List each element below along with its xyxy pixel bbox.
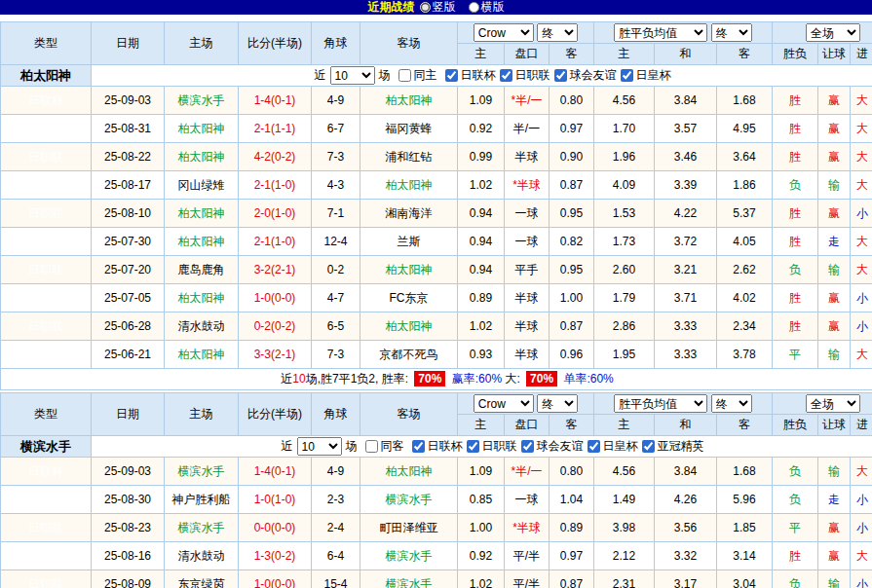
scope-select[interactable]: 全场 bbox=[806, 394, 860, 413]
league-checkbox[interactable] bbox=[621, 69, 633, 82]
cell-score: 1-4(0-1) bbox=[239, 458, 312, 486]
league-filter[interactable]: 日职联 bbox=[496, 67, 550, 84]
same-venue-filter[interactable]: 同主 bbox=[395, 67, 437, 84]
cell-avg-away: 3.64 bbox=[717, 143, 773, 171]
league-filter[interactable]: 日联杯 bbox=[441, 67, 496, 84]
col-away: 客场 bbox=[360, 393, 458, 436]
col-avg-away: 客 bbox=[717, 44, 773, 65]
cell-home-team: 横滨水手 bbox=[165, 514, 239, 542]
league-filter[interactable]: 日皇杯 bbox=[584, 438, 638, 455]
col-goals: 进 bbox=[851, 415, 872, 436]
vertical-layout-radio[interactable] bbox=[420, 2, 431, 13]
col-score: 比分(半场) bbox=[239, 22, 312, 65]
cell-handicap: 一球 bbox=[505, 200, 550, 228]
cell-odds-home: 0.94 bbox=[458, 256, 505, 284]
cell-avg-home: 2.12 bbox=[594, 542, 655, 570]
cell-odds-away: 0.97 bbox=[550, 542, 594, 570]
league-checkbox[interactable] bbox=[521, 440, 534, 453]
near-label: 近 bbox=[315, 67, 326, 84]
cell-avg-draw: 3.46 bbox=[655, 143, 717, 171]
cell-away-team: 浦和红钻 bbox=[360, 143, 458, 171]
cell-avg-home: 4.56 bbox=[594, 87, 655, 115]
league-filter[interactable]: 日联杯 bbox=[408, 438, 463, 455]
cell-handicap: 半球 bbox=[505, 284, 550, 312]
odds-final-select[interactable]: 终 bbox=[537, 23, 578, 42]
cell-away-team: 兰斯 bbox=[360, 228, 458, 256]
horizontal-layout-label: 横版 bbox=[481, 0, 505, 15]
summary-text: 赢率:60% bbox=[448, 372, 505, 386]
col-avg-away: 客 bbox=[717, 415, 773, 436]
league-label: 日皇杯 bbox=[636, 67, 671, 84]
rate-badge: 70% bbox=[526, 371, 557, 386]
league-filter[interactable]: 球会友谊 bbox=[550, 67, 617, 84]
avg-final-select[interactable]: 终 bbox=[711, 23, 752, 42]
cell-odds-away: 0.96 bbox=[550, 341, 594, 369]
avg-odds-select[interactable]: 胜平负均值 bbox=[614, 394, 707, 413]
cell-avg-draw: 3.71 bbox=[655, 284, 717, 312]
cell-result: 平 bbox=[773, 514, 818, 542]
vertical-layout-label: 竖版 bbox=[433, 0, 456, 15]
cell-match-type: 日职联 bbox=[1, 256, 92, 284]
cell-corners: 6-4 bbox=[312, 542, 360, 570]
cell-handicap: 平/半 bbox=[505, 570, 550, 588]
league-filter[interactable]: 日皇杯 bbox=[617, 67, 671, 84]
cell-handicap-result: 走 bbox=[818, 486, 851, 514]
match-row: 日联杯25-09-03横滨水手1-4(0-1)4-9柏太阳神1.09*半/一0.… bbox=[1, 458, 872, 486]
rate-badge: 70% bbox=[414, 371, 445, 386]
cell-away-team: 横滨水手 bbox=[360, 486, 458, 514]
league-label: 日联杯 bbox=[428, 438, 463, 455]
cell-avg-home: 1.79 bbox=[594, 284, 655, 312]
cell-home-team: 柏太阳神 bbox=[165, 200, 239, 228]
cell-home-team: 神户胜利船 bbox=[165, 486, 239, 514]
cell-goals: 大 bbox=[851, 171, 872, 200]
cell-match-type: 日职联 bbox=[1, 284, 92, 312]
avg-group-header: 胜平负均值 终 bbox=[594, 393, 773, 415]
scope-group-header: 全场 bbox=[773, 393, 872, 415]
cell-result: 负 bbox=[773, 486, 818, 514]
cell-odds-away: 0.95 bbox=[550, 200, 594, 228]
cell-goals: 大 bbox=[851, 542, 872, 570]
near-label: 近 bbox=[282, 438, 293, 455]
league-checkbox[interactable] bbox=[642, 440, 655, 453]
cell-date: 25-07-20 bbox=[92, 256, 165, 284]
cell-handicap-result: 赢 bbox=[818, 312, 851, 341]
odds-company-select[interactable]: Crow bbox=[474, 23, 534, 42]
same-venue-checkbox[interactable] bbox=[365, 440, 378, 453]
avg-odds-select[interactable]: 胜平负均值 bbox=[614, 23, 707, 42]
cell-goals: 小 bbox=[851, 486, 872, 514]
cell-handicap-result: 输 bbox=[818, 341, 851, 369]
cell-corners: 2-4 bbox=[312, 514, 360, 542]
league-filter[interactable]: 球会友谊 bbox=[517, 438, 584, 455]
layout-option-vertical[interactable]: 竖版 bbox=[420, 0, 456, 15]
league-checkbox[interactable] bbox=[554, 69, 567, 82]
cell-home-team: 柏太阳神 bbox=[165, 341, 239, 369]
avg-final-select[interactable]: 终 bbox=[711, 394, 752, 413]
cell-away-team: 柏太阳神 bbox=[360, 312, 458, 341]
odds-final-select[interactable]: 终 bbox=[537, 394, 578, 413]
league-filter[interactable]: 亚冠精英 bbox=[638, 438, 704, 455]
league-checkbox[interactable] bbox=[588, 440, 600, 453]
col-avg-draw: 和 bbox=[655, 44, 717, 65]
cell-score: 2-0(1-0) bbox=[239, 200, 312, 228]
same-venue-checkbox[interactable] bbox=[398, 69, 411, 82]
match-count-select[interactable]: 10 bbox=[297, 437, 342, 456]
league-checkbox[interactable] bbox=[445, 69, 458, 82]
match-count-select[interactable]: 10 bbox=[330, 66, 375, 85]
league-checkbox[interactable] bbox=[500, 69, 512, 82]
cell-avg-draw: 4.22 bbox=[655, 200, 717, 228]
league-filter[interactable]: 日职联 bbox=[463, 438, 517, 455]
league-checkbox[interactable] bbox=[467, 440, 479, 453]
cell-avg-away: 1.85 bbox=[717, 514, 773, 542]
cell-avg-draw: 3.17 bbox=[655, 570, 717, 588]
scope-select[interactable]: 全场 bbox=[806, 23, 860, 42]
cell-avg-away: 5.37 bbox=[717, 200, 773, 228]
cell-handicap-result: 赢 bbox=[818, 200, 851, 228]
cell-score: 2-1(1-0) bbox=[239, 171, 312, 200]
horizontal-layout-radio[interactable] bbox=[469, 2, 479, 13]
odds-company-select[interactable]: Crow bbox=[474, 394, 534, 413]
league-checkbox[interactable] bbox=[412, 440, 425, 453]
same-venue-filter[interactable]: 同客 bbox=[361, 438, 404, 455]
layout-option-horizontal[interactable]: 横版 bbox=[469, 0, 505, 15]
cell-handicap: 半球 bbox=[505, 143, 550, 171]
cell-odds-home: 0.89 bbox=[458, 284, 505, 312]
